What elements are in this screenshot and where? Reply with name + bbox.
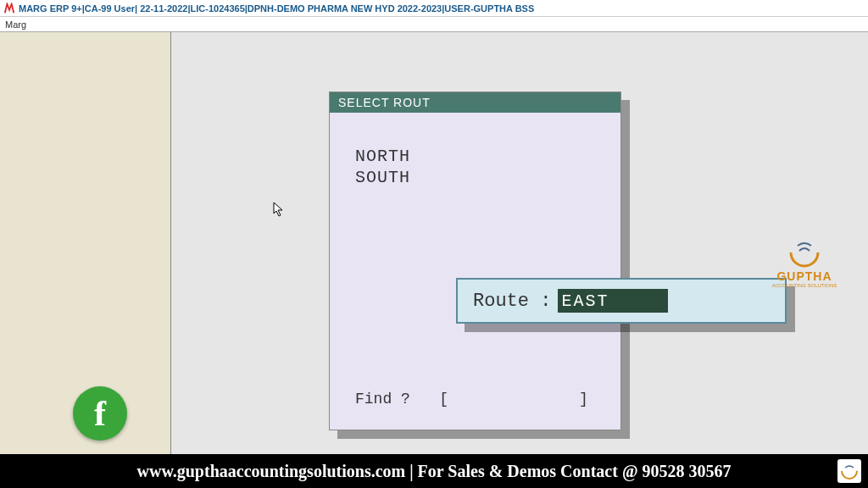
menu-marg[interactable]: Marg xyxy=(5,19,26,30)
brand-watermark: GUPTHA ACCOUNTING SOLUTIONS xyxy=(766,236,843,295)
facebook-icon: f xyxy=(94,393,106,434)
footer-bar: www.gupthaaccountingsolutions.com | For … xyxy=(0,454,868,488)
footer-text: www.gupthaaccountingsolutions.com | For … xyxy=(137,462,732,481)
select-route-dialog: SELECT ROUT NORTH SOUTH Find ? [ ] xyxy=(329,92,621,430)
footer-logo xyxy=(837,459,861,483)
menu-bar: Marg xyxy=(0,17,868,32)
find-row: Find ? [ ] xyxy=(355,391,588,408)
window-title: MARG ERP 9+|CA-99 User| 22-11-2022|LIC-1… xyxy=(19,3,534,14)
app-icon xyxy=(3,3,15,14)
route-input-dialog: Route : EAST xyxy=(456,278,787,324)
footer-logo-icon xyxy=(840,462,859,480)
route-input-field[interactable]: EAST xyxy=(558,289,668,313)
mouse-cursor-icon xyxy=(273,202,285,217)
route-list: NORTH SOUTH xyxy=(330,113,620,197)
route-item-south[interactable]: SOUTH xyxy=(355,168,595,187)
route-item-north[interactable]: NORTH xyxy=(355,147,595,166)
facebook-button[interactable]: f xyxy=(73,386,127,441)
find-label: Find ? xyxy=(355,391,410,408)
route-input-label: Route : xyxy=(473,291,551,312)
watermark-sub: ACCOUNTING SOLUTIONS xyxy=(772,283,837,288)
dialog-title: SELECT ROUT xyxy=(330,92,620,113)
guptha-logo-icon xyxy=(787,236,821,269)
watermark-name: GUPTHA xyxy=(776,269,832,283)
window-title-bar: MARG ERP 9+|CA-99 User| 22-11-2022|LIC-1… xyxy=(0,0,868,17)
